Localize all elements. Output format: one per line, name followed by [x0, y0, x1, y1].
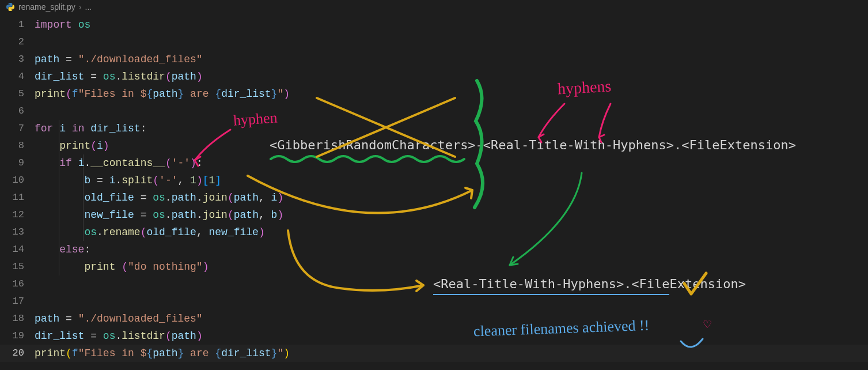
- line-number: 19: [0, 327, 35, 345]
- code-line: print(f"Files in ${path} are {dir_list}"…: [35, 345, 868, 362]
- code-line: [35, 33, 868, 51]
- line-number: 1: [0, 16, 35, 33]
- code-line: new_file = os.path.join(path, b): [35, 206, 868, 224]
- line-number: 9: [0, 154, 35, 172]
- line-number: 5: [0, 85, 35, 103]
- code-line: [35, 275, 868, 293]
- chevron-right-icon: ›: [79, 2, 82, 12]
- line-number: 17: [0, 293, 35, 310]
- line-number-gutter: 1234567891011121314151617181920: [0, 14, 35, 370]
- code-line: dir_list = os.listdir(path): [35, 327, 868, 345]
- code-line: print ("do nothing"): [35, 258, 868, 275]
- line-number: 20: [0, 345, 35, 362]
- code-line: print(f"Files in ${path} are {dir_list}"…: [35, 85, 868, 103]
- code-line: import os: [35, 16, 868, 33]
- line-number: 11: [0, 189, 35, 206]
- line-number: 8: [0, 137, 35, 154]
- line-number: 13: [0, 224, 35, 241]
- code-area[interactable]: import os path = "./downloaded_files" di…: [35, 14, 868, 370]
- line-number: 2: [0, 33, 35, 51]
- line-number: 3: [0, 51, 35, 68]
- line-number: 6: [0, 103, 35, 120]
- line-number: 14: [0, 241, 35, 258]
- code-line: b = i.split('-', 1)[1]: [35, 172, 868, 189]
- code-line: for i in dir_list:: [35, 120, 868, 137]
- code-line: dir_list = os.listdir(path): [35, 68, 868, 85]
- code-line: print(i): [35, 137, 868, 154]
- code-line: if i.__contains__('-'):: [35, 154, 868, 172]
- code-line: [35, 293, 868, 310]
- code-line: else:: [35, 241, 868, 258]
- line-number: 15: [0, 258, 35, 275]
- line-number: 10: [0, 172, 35, 189]
- code-editor[interactable]: 1234567891011121314151617181920 import o…: [0, 14, 868, 370]
- line-number: 16: [0, 275, 35, 293]
- line-number: 18: [0, 310, 35, 327]
- code-line: [35, 103, 868, 120]
- breadcrumb-tail[interactable]: ...: [85, 2, 92, 12]
- code-line: path = "./downloaded_files": [35, 51, 868, 68]
- breadcrumb-file[interactable]: rename_split.py: [18, 2, 75, 12]
- code-line: path = "./downloaded_files": [35, 310, 868, 327]
- breadcrumb[interactable]: rename_split.py › ...: [0, 0, 868, 14]
- code-line: os.rename(old_file, new_file): [35, 224, 868, 241]
- python-file-icon: [6, 2, 15, 12]
- line-number: 7: [0, 120, 35, 137]
- line-number: 12: [0, 206, 35, 224]
- code-line: old_file = os.path.join(path, i): [35, 189, 868, 206]
- line-number: 4: [0, 68, 35, 85]
